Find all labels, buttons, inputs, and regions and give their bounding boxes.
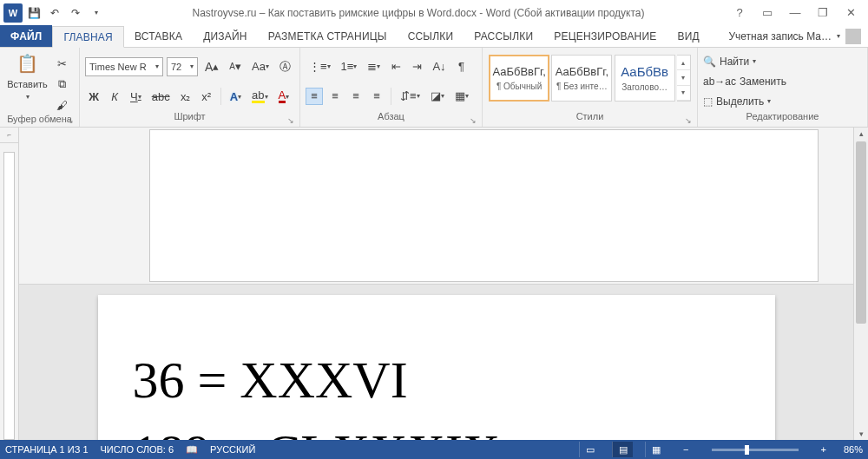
qat-customize[interactable]: ▾ [87, 3, 106, 23]
view-print-layout[interactable]: ▤ [612, 442, 633, 457]
sort-button[interactable]: А↓ [429, 57, 449, 75]
word-logo: W [3, 3, 23, 23]
style-no-spacing[interactable]: АаБбВвГг, ¶ Без инте… [551, 55, 612, 102]
font-launcher[interactable]: ↘ [287, 116, 294, 125]
page[interactable]: 36 = XXXVI 189 = CLXXXIX [98, 295, 775, 441]
styles-gallery-expand[interactable]: ▾ [677, 86, 690, 101]
document-line-2[interactable]: 189 = CLXXXIX [133, 416, 740, 441]
strike-button[interactable]: abc [148, 88, 174, 105]
ruler-horizontal[interactable] [19, 128, 853, 285]
zoom-in-button[interactable]: + [816, 444, 832, 455]
ribbon-tabs: ФАЙЛ ГЛАВНАЯ ВСТАВКА ДИЗАЙН РАЗМЕТКА СТР… [0, 25, 868, 48]
group-paragraph: ⋮≡▾ 1≡▾ ≣▾ ⇤ ⇥ А↓ ¶ ≡ ≡ ≡ ≡ ⇵≡▾ ◪▾ ▦▾ Аб… [300, 48, 483, 127]
font-size-combo[interactable]: 72▾ [167, 57, 198, 76]
align-left-button[interactable]: ≡ [306, 88, 323, 105]
clipboard-launcher[interactable]: ↘ [67, 116, 74, 125]
style-heading1[interactable]: АаБбВв Заголово… [615, 55, 675, 102]
scroll-down-arrow[interactable]: ▾ [854, 428, 868, 440]
tab-home[interactable]: ГЛАВНАЯ [52, 26, 123, 48]
copy-button[interactable]: ⧉ [53, 75, 71, 93]
status-proofing-icon[interactable]: 📖 [186, 444, 198, 456]
borders-button[interactable]: ▦▾ [451, 88, 472, 105]
view-read-mode[interactable]: ▭ [579, 442, 600, 457]
underline-button[interactable]: Ч▾ [127, 88, 145, 105]
highlight-button[interactable]: ab▾ [248, 88, 271, 105]
paragraph-launcher[interactable]: ↘ [470, 116, 477, 125]
text-effects-button[interactable]: A▾ [227, 88, 245, 105]
ribbon-display-options[interactable]: ▭ [755, 4, 779, 22]
tab-design[interactable]: ДИЗАЙН [193, 25, 258, 47]
change-case-button[interactable]: Aa▾ [248, 58, 273, 75]
clear-formatting-button[interactable]: Ⓐ [276, 58, 294, 75]
bold-button[interactable]: Ж [85, 88, 102, 105]
tab-file[interactable]: ФАЙЛ [0, 25, 52, 47]
bullets-button[interactable]: ⋮≡▾ [306, 57, 334, 75]
status-language[interactable]: РУССКИЙ [210, 444, 255, 455]
font-name-combo[interactable]: Times New R▾ [85, 57, 163, 76]
style-normal[interactable]: АаБбВвГг, ¶ Обычный [489, 55, 549, 102]
tab-page-layout[interactable]: РАЗМЕТКА СТРАНИЦЫ [258, 25, 398, 47]
ruler-corner[interactable]: ⌐ [0, 128, 19, 143]
find-button[interactable]: 🔍 Найти ▾ [703, 56, 862, 68]
line-spacing-button[interactable]: ⇵≡▾ [397, 88, 424, 105]
replace-button[interactable]: ab→ac Заменить [703, 75, 862, 88]
subscript-button[interactable]: x₂ [177, 88, 194, 105]
maximize-button[interactable]: ❐ [811, 4, 835, 22]
styles-launcher[interactable]: ↘ [685, 116, 692, 125]
document-canvas[interactable]: 36 = XXXVI 189 = CLXXXIX [19, 285, 853, 441]
indent-button[interactable]: ⇥ [408, 57, 425, 75]
align-justify-button[interactable]: ≡ [368, 88, 385, 105]
ruler-vertical[interactable] [0, 143, 19, 440]
ribbon: 📋 Вставить ▾ ✂ ⧉ 🖌 Буфер обмена↘ Times N… [0, 48, 868, 128]
superscript-button[interactable]: x² [198, 88, 215, 105]
account-area[interactable]: Учетная запись Ма… ▾ [728, 25, 868, 47]
format-painter-button[interactable]: 🖌 [53, 96, 71, 114]
close-button[interactable]: ✕ [838, 4, 863, 22]
font-color-button[interactable]: A▾ [275, 88, 293, 105]
document-line-1[interactable]: 36 = XXXVI [133, 344, 740, 416]
cut-button[interactable]: ✂ [53, 55, 71, 72]
styles-gallery-scroll[interactable]: ▴ ▾ ▾ [677, 55, 691, 102]
group-editing: 🔍 Найти ▾ ab→ac Заменить ⬚ Выделить ▾ Ре… [698, 48, 868, 127]
status-page[interactable]: СТРАНИЦА 1 ИЗ 1 [5, 444, 89, 455]
status-words[interactable]: ЧИСЛО СЛОВ: 6 [101, 444, 174, 455]
align-right-button[interactable]: ≡ [347, 88, 365, 105]
vertical-scrollbar[interactable]: ▴ ▾ [853, 128, 868, 440]
multilevel-button[interactable]: ≣▾ [364, 57, 384, 75]
zoom-slider[interactable] [712, 449, 799, 451]
align-center-button[interactable]: ≡ [326, 88, 344, 105]
clipboard-icon: 📋 [15, 51, 41, 75]
zoom-level[interactable]: 86% [844, 444, 863, 455]
save-button[interactable]: 💾 [24, 3, 43, 23]
tab-view[interactable]: ВИД [667, 25, 710, 47]
shading-button[interactable]: ◪▾ [427, 88, 448, 105]
zoom-out-button[interactable]: − [678, 444, 694, 455]
window-controls: ? ▭ — ❐ ✕ [727, 4, 868, 22]
undo-button[interactable]: ↶ [45, 3, 64, 23]
view-web-layout[interactable]: ▦ [645, 442, 666, 457]
paste-label: Вставить [7, 79, 48, 89]
group-paragraph-label: Абзац [378, 111, 404, 121]
tab-references[interactable]: ССЫЛКИ [398, 25, 464, 47]
outdent-button[interactable]: ⇤ [387, 57, 404, 75]
group-editing-label: Редактирование [746, 111, 819, 121]
help-button[interactable]: ? [727, 4, 752, 22]
select-button[interactable]: ⬚ Выделить ▾ [703, 95, 862, 108]
tab-mailings[interactable]: РАССЫЛКИ [464, 25, 543, 47]
styles-scroll-down[interactable]: ▾ [677, 70, 690, 85]
styles-scroll-up[interactable]: ▴ [677, 56, 690, 70]
tab-review[interactable]: РЕЦЕНЗИРОВАНИЕ [543, 25, 667, 47]
minimize-button[interactable]: — [783, 4, 807, 22]
zoom-slider-knob[interactable] [745, 445, 749, 455]
scroll-up-arrow[interactable]: ▴ [854, 128, 868, 140]
paste-button[interactable]: 📋 Вставить ▾ [9, 51, 47, 101]
grow-font-button[interactable]: A▴ [201, 58, 222, 75]
redo-button[interactable]: ↷ [66, 3, 85, 23]
numbering-button[interactable]: 1≡▾ [338, 57, 361, 75]
italic-button[interactable]: К [106, 88, 123, 105]
group-styles-label: Стили [576, 111, 604, 121]
shrink-font-button[interactable]: A▾ [226, 58, 245, 75]
tab-insert[interactable]: ВСТАВКА [124, 25, 193, 47]
scroll-thumb[interactable] [856, 141, 866, 324]
show-marks-button[interactable]: ¶ [453, 57, 470, 75]
